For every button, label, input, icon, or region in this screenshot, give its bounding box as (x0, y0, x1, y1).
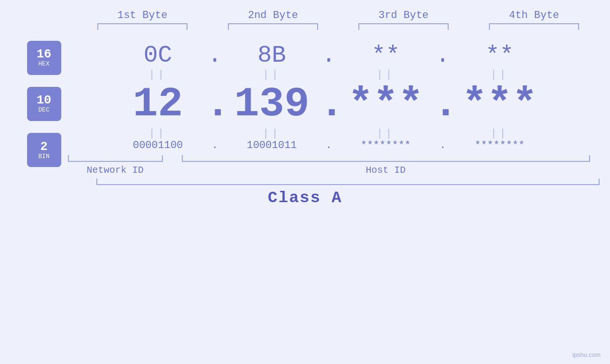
badges-col: 16 HEX 10 DEC 2 BIN (20, 32, 68, 176)
eq1-b2: || (225, 69, 319, 81)
col-header-byte4: 4th Byte (482, 9, 586, 21)
bin-b1: 00001100 (111, 140, 206, 151)
hex-row: 0C . 8B . ** . ** (68, 42, 590, 69)
top-brackets (77, 23, 600, 30)
class-row: Class A (44, 189, 566, 207)
col-headers: 1st Byte 2nd Byte 3rd Byte 4th Byte (77, 9, 600, 21)
hex-b1: 0C (111, 42, 206, 69)
host-sub-bracket (182, 155, 590, 162)
hex-b3: ** (338, 42, 433, 69)
full-bottom-bracket (96, 178, 600, 185)
bin-sep3: . (433, 140, 452, 151)
badge-dec: 10 DEC (27, 87, 61, 121)
eq2-b3: || (338, 128, 433, 140)
network-id-label: Network ID (68, 165, 163, 176)
bin-b4: ******** (452, 140, 547, 151)
eq-row-2: || || || || (68, 128, 590, 140)
class-label: Class A (268, 189, 342, 207)
badge-dec-num: 10 (37, 94, 51, 106)
col-header-byte3: 3rd Byte (351, 9, 456, 21)
bottom-brackets (68, 155, 590, 162)
all-rows: 0C . 8B . ** . ** || || || || 12 (68, 32, 590, 176)
badge-hex-label: HEX (38, 60, 49, 68)
dec-row: 12 . 139 . *** . *** (68, 81, 590, 128)
bracket-byte4 (489, 23, 579, 30)
eq1-b4: || (452, 69, 547, 81)
hex-b2: 8B (225, 42, 319, 69)
bin-sep2: . (319, 140, 338, 151)
hex-sep2: . (319, 42, 338, 69)
hex-sep1: . (206, 42, 225, 69)
dec-sep2: . (319, 81, 338, 128)
watermark: ipshu.com (572, 351, 601, 358)
dec-sep3: . (433, 81, 452, 128)
id-labels: Network ID Host ID (68, 165, 590, 176)
hex-b4: ** (452, 42, 547, 69)
dec-sep1: . (206, 81, 225, 128)
bin-b3: ******** (338, 140, 433, 151)
col-header-byte1: 1st Byte (90, 9, 195, 21)
full-bottom-bracket-container (96, 178, 600, 185)
bracket-byte1 (97, 23, 188, 30)
col-header-byte2: 2nd Byte (221, 9, 325, 21)
bin-b2: 10001011 (225, 140, 319, 151)
network-sub-bracket (68, 155, 163, 162)
dec-b2: 139 (225, 81, 319, 128)
badge-hex-num: 16 (37, 48, 51, 60)
eq-row-1: || || || || (68, 69, 590, 81)
eq2-b4: || (452, 128, 547, 140)
main-container: 1st Byte 2nd Byte 3rd Byte 4th Byte 16 H… (0, 0, 610, 364)
dec-b4: *** (452, 81, 547, 128)
badge-bin-label: BIN (38, 153, 49, 160)
badge-dec-label: DEC (38, 106, 49, 114)
bin-row: 00001100 . 10001011 . ******** . *******… (68, 140, 590, 151)
badge-bin-num: 2 (40, 140, 48, 153)
badge-hex: 16 HEX (27, 41, 61, 75)
dec-b3: *** (338, 81, 433, 128)
bracket-byte3 (358, 23, 449, 30)
eq2-b1: || (111, 128, 206, 140)
host-id-label: Host ID (182, 165, 590, 176)
bin-sep1: . (206, 140, 225, 151)
eq1-b1: || (111, 69, 206, 81)
eq1-b3: || (338, 69, 433, 81)
badge-bin: 2 BIN (27, 133, 61, 167)
rows-section: 16 HEX 10 DEC 2 BIN 0C . 8B . ** . ** (20, 32, 590, 176)
eq2-b2: || (225, 128, 319, 140)
hex-sep3: . (433, 42, 452, 69)
dec-b1: 12 (111, 81, 206, 128)
bracket-byte2 (228, 23, 318, 30)
